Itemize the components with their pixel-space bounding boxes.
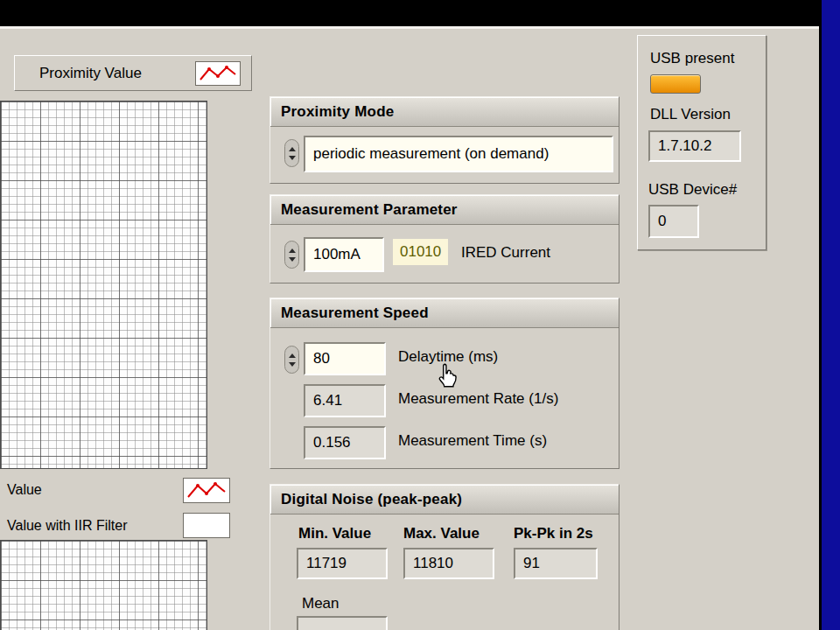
measurement-rate-indicator: 6.41 bbox=[304, 384, 386, 417]
blank-legend-icon[interactable] bbox=[183, 513, 230, 538]
iir-filter-legend-label: Value with IIR Filter bbox=[7, 518, 128, 534]
measurement-time-label: Measurement Time (s) bbox=[398, 432, 547, 450]
proximity-mode-header: Proximity Mode bbox=[270, 97, 619, 127]
measurement-speed-header: Measurement Speed bbox=[270, 298, 619, 328]
proximity-chart-legend-label: Proximity Value bbox=[39, 65, 142, 82]
proximity-mode-select[interactable]: periodic measurement (on demand) bbox=[304, 136, 613, 172]
pkpk-indicator: 91 bbox=[514, 548, 598, 579]
ired-current-label: IRED Current bbox=[461, 244, 550, 262]
proximity-chart-legend: Proximity Value bbox=[14, 55, 252, 91]
decrement-arrow-icon[interactable] bbox=[289, 156, 296, 160]
measurement-rate-label: Measurement Rate (1/s) bbox=[398, 390, 558, 408]
value-plot bbox=[0, 540, 207, 630]
increment-arrow-icon[interactable] bbox=[289, 354, 296, 358]
digital-noise-title: Digital Noise (peak-peak) bbox=[281, 491, 462, 508]
increment-arrow-icon[interactable] bbox=[289, 147, 296, 151]
proximity-value-plot bbox=[0, 101, 207, 469]
decrement-arrow-icon[interactable] bbox=[289, 257, 296, 262]
increment-decrement-spinner[interactable] bbox=[284, 139, 299, 167]
proximity-mode-title: Proximity Mode bbox=[281, 103, 394, 121]
measurement-parameter-header: Measurement Parameter bbox=[270, 195, 619, 225]
proximity-mode-panel: Proximity Mode periodic measurement (on … bbox=[270, 96, 620, 184]
increment-arrow-icon[interactable] bbox=[289, 248, 296, 253]
app-window: Proximity Value Value Value with IIR Fil… bbox=[0, 0, 840, 630]
dll-version-label: DLL Version bbox=[650, 106, 731, 123]
ired-current-code: 01010 bbox=[393, 239, 448, 265]
title-bar bbox=[0, 0, 840, 26]
mean-indicator bbox=[297, 616, 388, 630]
usb-present-label: USB present bbox=[650, 50, 734, 67]
measurement-speed-panel: Measurement Speed 80 Delaytime (ms) 6.41… bbox=[270, 298, 620, 469]
min-value-indicator: 11719 bbox=[297, 548, 388, 579]
decrement-arrow-icon[interactable] bbox=[289, 362, 296, 367]
increment-decrement-spinner[interactable] bbox=[284, 346, 299, 374]
measurement-parameter-panel: Measurement Parameter 100mA 01010 IRED C… bbox=[270, 194, 620, 284]
measurement-speed-title: Measurement Speed bbox=[281, 304, 429, 322]
delaytime-input[interactable]: 80 bbox=[304, 342, 386, 375]
max-value-column-label: Max. Value bbox=[403, 525, 480, 542]
waveform-legend-icon[interactable] bbox=[183, 478, 230, 503]
dll-version-indicator: 1.7.10.2 bbox=[648, 130, 741, 162]
measurement-parameter-title: Measurement Parameter bbox=[281, 201, 458, 219]
pkpk-column-label: Pk-Pk in 2s bbox=[514, 525, 593, 542]
desktop-edge-stripe bbox=[819, 0, 840, 630]
digital-noise-header: Digital Noise (peak-peak) bbox=[270, 485, 619, 514]
min-value-column-label: Min. Value bbox=[298, 525, 371, 542]
mean-label: Mean bbox=[302, 595, 340, 612]
usb-device-number-label: USB Device# bbox=[648, 181, 737, 199]
increment-decrement-spinner[interactable] bbox=[284, 241, 299, 269]
waveform-legend-icon[interactable] bbox=[195, 61, 241, 86]
delaytime-label: Delaytime (ms) bbox=[398, 348, 498, 366]
max-value-indicator: 11810 bbox=[403, 548, 494, 579]
digital-noise-panel: Digital Noise (peak-peak) Min. Value Max… bbox=[270, 484, 620, 630]
value-legend-label: Value bbox=[7, 482, 42, 498]
usb-present-led-indicator bbox=[650, 74, 701, 94]
usb-device-number-indicator: 0 bbox=[648, 205, 699, 238]
usb-status-panel: USB present DLL Version 1.7.10.2 USB Dev… bbox=[637, 35, 766, 250]
title-bar-divider bbox=[0, 26, 840, 29]
measurement-time-indicator: 0.156 bbox=[304, 426, 386, 459]
ired-current-select[interactable]: 100mA bbox=[304, 237, 384, 272]
